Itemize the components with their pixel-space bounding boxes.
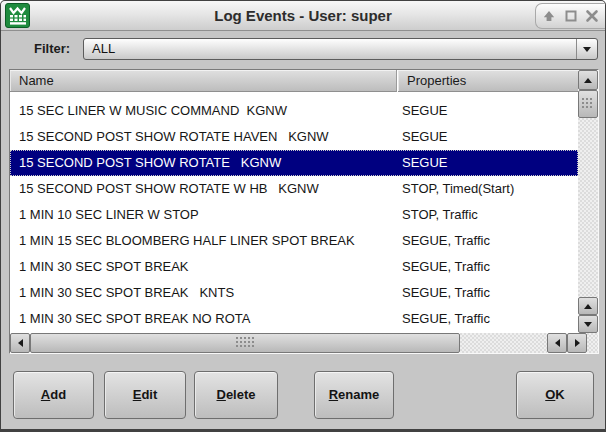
grip-dots-icon (582, 98, 594, 110)
triangle-up-icon (584, 78, 592, 83)
column-header-name[interactable]: Name (10, 70, 397, 92)
list-item-properties: SEGUE (402, 103, 448, 118)
window-title: Log Events - User: super (1, 1, 605, 31)
list-item[interactable]: 1 MIN 15 SEC BLOOMBERG HALF LINER SPOT B… (10, 228, 578, 254)
list-item-name: 15 SEC LINER W MUSIC COMMAND KGNW (19, 103, 287, 118)
list-item-properties: STOP, Traffic (402, 207, 478, 222)
scroll-up-button[interactable] (578, 70, 598, 90)
list-item-name: 1 MIN 15 SEC BLOOMBERG HALF LINER SPOT B… (19, 233, 355, 248)
list-item[interactable]: 15 SECOND POST SHOW ROTATE W HB KGNW STO… (10, 176, 578, 202)
list-item-properties: SEGUE (402, 129, 448, 144)
window-controls (535, 3, 605, 29)
add-button[interactable]: Add (13, 371, 94, 419)
delete-button[interactable]: Delete (194, 371, 278, 419)
list-item-properties: SEGUE, Traffic (402, 259, 490, 274)
grip-dots-icon (236, 337, 254, 349)
list-header: Name Properties (10, 70, 578, 92)
x-icon (585, 9, 599, 23)
square-icon (564, 9, 578, 23)
list-item[interactable]: 15 SEC LINER W MUSIC COMMAND KGNW SEGUE (10, 98, 578, 124)
triangle-up-icon (584, 304, 592, 309)
vertical-scroll-thumb[interactable] (578, 90, 598, 118)
shade-button[interactable] (540, 7, 558, 25)
list-item-properties: SEGUE, Traffic (402, 233, 490, 248)
maximize-button[interactable] (562, 7, 580, 25)
event-list: Name Properties 15 SEC LINER W MUSIC COM… (9, 69, 599, 354)
triangle-left-icon (18, 339, 23, 347)
list-item[interactable]: 1 MIN 30 SEC SPOT BREAK KNTS SEGUE, Traf… (10, 280, 578, 306)
horizontal-scrollbar (10, 333, 598, 353)
list-item-properties: SEGUE, Traffic (402, 311, 490, 326)
column-header-properties[interactable]: Properties (398, 70, 578, 92)
list-item[interactable]: 1 MIN 10 SEC LINER W STOP STOP, Traffic (10, 202, 578, 228)
rename-button[interactable]: Rename (314, 371, 394, 419)
list-item-name: 1 MIN 30 SEC SPOT BREAK KNTS (19, 285, 234, 300)
horizontal-scroll-track-end[interactable] (587, 333, 598, 353)
list-item-name: 15 SECOND POST SHOW ROTATE W HB KGNW (19, 181, 319, 196)
triangle-right-icon (575, 339, 580, 347)
scroll-right-button[interactable] (567, 333, 587, 353)
list-rows: 15 SEC LINER W MUSIC COMMAND KGNW SEGUE … (10, 92, 578, 333)
vertical-scrollbar (578, 70, 598, 333)
list-item-name: 15 SECOND POST SHOW ROTATE KGNW (19, 155, 281, 170)
log-events-window: Log Events - User: super Filter: ALL Nam… (0, 0, 606, 432)
vertical-scroll-track[interactable] (578, 118, 598, 297)
list-item-name: 1 MIN 30 SEC SPOT BREAK NO ROTA (19, 311, 250, 326)
filter-combobox[interactable]: ALL (83, 38, 598, 60)
scroll-up-button-bottom[interactable] (578, 297, 598, 315)
scroll-left-button[interactable] (10, 333, 30, 353)
list-item[interactable]: 15 SECOND POST SHOW ROTATE HAVEN KGNW SE… (10, 124, 578, 150)
scroll-left-button-right[interactable] (547, 333, 567, 353)
list-item-name: 1 MIN 10 SEC LINER W STOP (19, 207, 199, 222)
list-item[interactable]: 1 MIN 30 SEC SPOT BREAK NO ROTA SEGUE, T… (10, 306, 578, 332)
list-item-properties: SEGUE (402, 155, 448, 170)
close-button[interactable] (583, 7, 601, 25)
triangle-down-icon (583, 47, 591, 52)
filter-selected-value: ALL (92, 39, 115, 59)
list-item-properties: STOP, Timed(Start) (402, 181, 514, 196)
edit-button[interactable]: Edit (104, 371, 186, 419)
ok-button[interactable]: OK (516, 371, 594, 419)
triangle-left-icon (555, 339, 560, 347)
list-item[interactable]: 1 MIN 30 SEC SPOT BREAK SEGUE, Traffic (10, 254, 578, 280)
filter-label: Filter: (34, 41, 70, 56)
list-item-properties: SEGUE, Traffic (402, 285, 490, 300)
up-arrow-icon (542, 9, 556, 23)
titlebar[interactable]: Log Events - User: super (1, 1, 605, 31)
list-item[interactable]: 15 SECOND POST SHOW ROTATE KGNW SEGUE (10, 150, 578, 176)
triangle-down-icon (584, 322, 592, 327)
horizontal-scroll-track[interactable] (460, 333, 547, 353)
combo-dropdown-button[interactable] (576, 39, 597, 59)
list-item-name: 15 SECOND POST SHOW ROTATE HAVEN KGNW (19, 129, 329, 144)
list-item-name: 1 MIN 30 SEC SPOT BREAK (19, 259, 189, 274)
scroll-down-button[interactable] (578, 315, 598, 333)
horizontal-scroll-thumb[interactable] (30, 333, 460, 353)
